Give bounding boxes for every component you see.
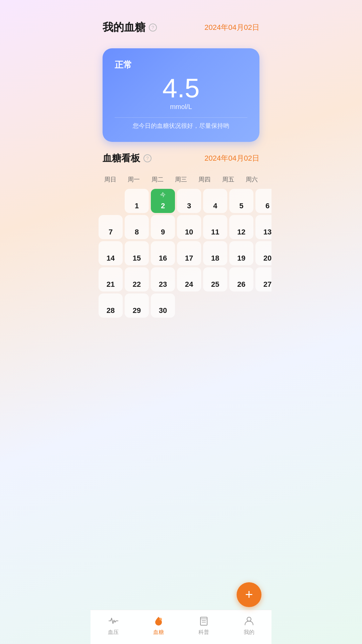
person-icon xyxy=(243,615,255,627)
svg-point-6 xyxy=(247,617,251,621)
weekday-tue: 周二 xyxy=(146,173,169,186)
weekday-sun: 周日 xyxy=(99,173,122,186)
card-status: 正常 xyxy=(115,59,247,71)
cal-cell-empty-1 xyxy=(99,189,123,213)
weekday-thu: 周四 xyxy=(193,173,216,186)
cal-cell-18[interactable]: 18 xyxy=(203,241,227,265)
cal-cell-11[interactable]: 11 xyxy=(203,215,227,239)
cal-cell-7[interactable]: 7 xyxy=(99,215,123,239)
today-label: 今 xyxy=(160,192,166,199)
nav-blood-pressure-label: 血压 xyxy=(108,629,119,636)
cal-cell-8[interactable]: 8 xyxy=(125,215,149,239)
cal-cell-15[interactable]: 15 xyxy=(125,241,149,265)
cal-cell-22[interactable]: 22 xyxy=(125,267,149,291)
calendar-weekdays: 周日 周一 周二 周三 周四 周五 周六 xyxy=(99,173,263,186)
kanban-title: 血糖看板 ? xyxy=(103,152,152,165)
bottom-nav: 血压 血糖 科普 我的 xyxy=(90,610,272,644)
title-text: 我的血糖 xyxy=(103,20,145,35)
nav-profile-label: 我的 xyxy=(244,629,254,636)
cal-cell-6[interactable]: 6 xyxy=(255,189,272,213)
nav-blood-sugar-label: 血糖 xyxy=(153,629,164,636)
page-title: 我的血糖 ? xyxy=(103,20,157,35)
cal-cell-19[interactable]: 19 xyxy=(229,241,253,265)
nav-science[interactable]: 科普 xyxy=(181,615,226,636)
cal-cell-9[interactable]: 9 xyxy=(151,215,175,239)
cal-cell-10[interactable]: 10 xyxy=(177,215,201,239)
cal-cell-13[interactable]: 13 xyxy=(255,215,272,239)
help-icon[interactable]: ? xyxy=(149,23,157,32)
cal-cell-empty-3 xyxy=(203,293,227,318)
header-date: 2024年04月02日 xyxy=(204,22,259,33)
blood-sugar-card: 正常 4.5 mmol/L 您今日的血糖状况很好，尽量保持哟 xyxy=(103,48,259,142)
card-value: 4.5 xyxy=(115,75,247,102)
weekday-mon: 周一 xyxy=(122,173,145,186)
cal-cell-27[interactable]: 27 xyxy=(255,267,272,291)
book-icon xyxy=(198,615,210,627)
kanban-header: 血糖看板 ? 2024年04月02日 xyxy=(90,152,272,173)
card-message: 您今日的血糖状况很好，尽量保持哟 xyxy=(115,117,247,130)
cal-cell-3[interactable]: 3 xyxy=(177,189,201,213)
svg-rect-2 xyxy=(200,617,207,625)
cal-cell-25[interactable]: 25 xyxy=(203,267,227,291)
cal-cell-1[interactable]: 1 xyxy=(125,189,149,213)
nav-profile[interactable]: 我的 xyxy=(226,615,272,636)
svg-point-1 xyxy=(160,619,161,620)
weekday-fri: 周五 xyxy=(216,173,240,186)
nav-science-label: 科普 xyxy=(198,629,209,636)
cal-cell-26[interactable]: 26 xyxy=(229,267,253,291)
cal-cell-17[interactable]: 17 xyxy=(177,241,201,265)
cal-cell-14[interactable]: 14 xyxy=(99,241,123,265)
cal-cell-28[interactable]: 28 xyxy=(99,293,123,318)
heart-pulse-icon xyxy=(107,615,119,627)
cal-cell-16[interactable]: 16 xyxy=(151,241,175,265)
calendar: 周日 周一 周二 周三 周四 周五 周六 1 今 2 3 4 5 6 7 8 9… xyxy=(99,173,263,318)
blood-drop-icon xyxy=(153,615,165,627)
card-unit: mmol/L xyxy=(115,103,247,111)
cal-cell-29[interactable]: 29 xyxy=(125,293,149,318)
kanban-help-icon[interactable]: ? xyxy=(143,154,152,162)
nav-blood-sugar[interactable]: 血糖 xyxy=(136,615,181,636)
calendar-grid: 1 今 2 3 4 5 6 7 8 9 10 11 12 13 14 15 16… xyxy=(99,189,263,318)
plus-icon: + xyxy=(245,588,253,601)
weekday-wed: 周三 xyxy=(169,173,193,186)
kanban-title-text: 血糖看板 xyxy=(103,152,140,165)
cal-cell-today[interactable]: 今 2 xyxy=(151,189,175,213)
cal-cell-24[interactable]: 24 xyxy=(177,267,201,291)
page-header: 我的血糖 ? 2024年04月02日 xyxy=(90,0,272,42)
cal-cell-30[interactable]: 30 xyxy=(151,293,175,318)
cal-cell-12[interactable]: 12 xyxy=(229,215,253,239)
nav-blood-pressure[interactable]: 血压 xyxy=(90,615,136,636)
add-button[interactable]: + xyxy=(237,582,261,607)
cal-cell-20[interactable]: 20 xyxy=(255,241,272,265)
cal-cell-empty-2 xyxy=(177,293,201,318)
cal-cell-empty-5 xyxy=(255,293,272,318)
kanban-date: 2024年04月02日 xyxy=(204,153,259,163)
cal-cell-23[interactable]: 23 xyxy=(151,267,175,291)
cal-cell-21[interactable]: 21 xyxy=(99,267,123,291)
weekday-sat: 周六 xyxy=(240,173,263,186)
cal-cell-4[interactable]: 4 xyxy=(203,189,227,213)
cal-cell-5[interactable]: 5 xyxy=(229,189,253,213)
cal-cell-empty-4 xyxy=(229,293,253,318)
